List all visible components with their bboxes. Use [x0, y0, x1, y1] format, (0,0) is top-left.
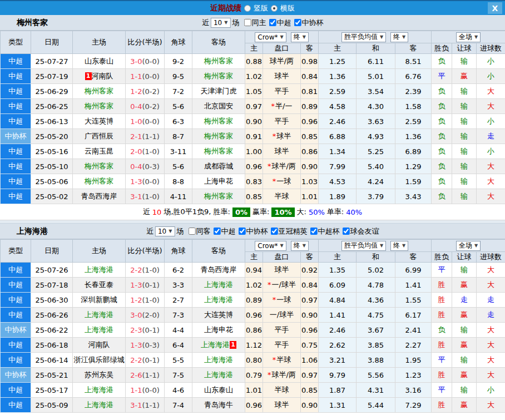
goals-result-cell: 大 — [477, 174, 505, 189]
avg-time-value: 终 — [393, 32, 400, 42]
result-cell: 负 — [432, 144, 452, 159]
filter-checkbox-中超杯[interactable] — [310, 228, 317, 235]
date-cell: 25-06-25 — [31, 99, 73, 114]
avg-away-cell: 7.29 — [395, 398, 432, 413]
away-team-name[interactable]: 梅州客家 — [204, 147, 233, 155]
home-odds-cell: 0.96 — [245, 308, 263, 323]
away-odds-cell: 0.84 — [301, 278, 319, 293]
recent-count-select[interactable]: 10 ▼ — [211, 18, 230, 28]
date-cell: 25-07-19 — [31, 69, 73, 84]
away-team-cell: 上海申花 — [192, 174, 245, 189]
home-team-name[interactable]: 长春亚泰 — [85, 280, 113, 289]
home-team-name[interactable]: 梅州客家 — [85, 162, 113, 170]
vertical-layout-radio[interactable] — [244, 5, 251, 12]
close-button[interactable]: X — [488, 2, 502, 14]
home-team-name[interactable]: 深圳新鹏城 — [81, 295, 117, 304]
goals-result-cell: 大 — [477, 398, 505, 413]
avg-type-select[interactable]: 胜平负均值▼ — [341, 32, 386, 42]
home-team-name[interactable]: 广西恒辰 — [85, 132, 113, 140]
home-team-name[interactable]: 河南队 — [88, 340, 110, 349]
away-team-name[interactable]: 青岛西海岸 — [201, 265, 237, 274]
handicap-cell: *一球 — [263, 293, 301, 308]
odds-source-select[interactable]: Crow*▼ — [255, 32, 286, 42]
away-team-name[interactable]: 上海海港 — [204, 370, 233, 379]
home-team-name[interactable]: 苏州东吴 — [85, 370, 113, 379]
away-team-name[interactable]: 梅州客家 — [204, 72, 233, 80]
corner-cell: 5-5 — [165, 353, 192, 368]
goals-result-cell: 大 — [477, 263, 505, 278]
away-team-name[interactable]: 上海申花 — [204, 177, 233, 185]
home-team-cell: 云南玉昆 — [73, 144, 126, 159]
away-team-name[interactable]: 上海海港 — [204, 280, 233, 289]
odds-source-select[interactable]: Crow*▼ — [255, 241, 286, 251]
away-team-name[interactable]: 大连英博 — [204, 310, 233, 319]
away-team-name[interactable]: 成都蓉城 — [204, 162, 233, 170]
odds-time-select[interactable]: 终▼ — [291, 32, 309, 42]
corner-cell: 6-3 — [165, 114, 192, 129]
home-team-name[interactable]: 山东泰山 — [85, 57, 113, 65]
horizontal-layout-radio[interactable] — [271, 5, 278, 12]
home-team-name[interactable]: 浙江俱乐部绿城 — [74, 355, 125, 364]
home-team-name[interactable]: 云南玉昆 — [85, 147, 113, 155]
final-score: 1-0 — [130, 117, 142, 126]
odds-time-select[interactable]: 终▼ — [291, 241, 309, 251]
corner-cell: 7-3 — [165, 308, 192, 323]
recent-count-select[interactable]: 10 ▼ — [155, 226, 175, 236]
filter-checkbox-同客[interactable] — [188, 228, 195, 235]
filter-checkbox-中协杯[interactable] — [294, 19, 301, 26]
away-team-name[interactable]: 北京国安 — [204, 102, 233, 110]
odds-time-value: 终 — [294, 241, 300, 250]
home-team-name[interactable]: 梅州客家 — [85, 87, 113, 95]
away-team-name[interactable]: 天津津门虎 — [201, 87, 237, 95]
final-score: 2-2 — [130, 266, 142, 274]
filter-checkbox-同主[interactable] — [244, 19, 251, 26]
home-team-name[interactable]: 上海海港 — [85, 325, 113, 334]
filter-checkbox-球会友谊[interactable] — [342, 228, 349, 235]
handicap-star-icon: * — [268, 162, 271, 170]
avg-type-select[interactable]: 胜平负均值▼ — [341, 241, 386, 251]
home-team-cell: 河南队 — [73, 338, 126, 353]
date-cell: 25-07-27 — [31, 54, 73, 69]
handicap-result-cell: 输 — [452, 353, 477, 368]
half-time-score: (1-1) — [142, 401, 159, 409]
result-cell: 负 — [432, 114, 452, 129]
away-team-name[interactable]: 上海海港 — [204, 355, 233, 364]
home-team-name[interactable]: 上海海港 — [85, 386, 113, 394]
avg-time-select[interactable]: 终▼ — [390, 32, 408, 42]
away-team-name[interactable]: 上海申花 — [204, 325, 233, 334]
away-odds-cell: 0.97 — [301, 293, 319, 308]
away-team-name[interactable]: 上海海港 — [204, 295, 233, 304]
filter-checkbox-中超[interactable] — [269, 19, 276, 26]
home-team-name[interactable]: 梅州客家 — [85, 177, 113, 185]
avg-home-cell: 7.99 — [319, 159, 357, 174]
final-score: 1-3 — [130, 177, 142, 186]
away-team-name[interactable]: 上海海港 — [201, 340, 230, 349]
league-type-cell: 中超 — [1, 174, 31, 189]
home-team-name[interactable]: 青岛西海岸 — [81, 192, 117, 200]
away-team-name[interactable]: 山东泰山 — [204, 386, 233, 394]
away-team-name[interactable]: 青岛海牛 — [204, 401, 233, 409]
home-team-name[interactable]: 梅州客家 — [85, 102, 113, 110]
home-team-name[interactable]: 上海海港 — [85, 310, 113, 319]
filter-checkbox-亚冠精英[interactable] — [270, 228, 278, 235]
home-odds-cell: 1.02 — [245, 69, 263, 84]
away-team-name[interactable]: 梅州客家 — [204, 192, 233, 200]
home-team-name[interactable]: 上海海港 — [85, 265, 113, 274]
score-cell: 2-6(1-1) — [126, 368, 165, 383]
home-team-name[interactable]: 河南队 — [92, 72, 113, 80]
date-cell: 25-05-06 — [31, 174, 73, 189]
away-team-name[interactable]: 梅州客家 — [204, 132, 233, 140]
away-team-cell: 上海海港1 — [192, 338, 245, 353]
away-team-name[interactable]: 梅州客家 — [204, 117, 233, 125]
filter-checkbox-中协杯[interactable] — [238, 228, 245, 235]
home-odds-cell: 0.94 — [245, 263, 263, 278]
home-odds-cell: 1.00 — [245, 144, 263, 159]
away-team-name[interactable]: 梅州客家 — [204, 57, 233, 65]
period-select[interactable]: 全场▼ — [456, 241, 481, 251]
home-team-name[interactable]: 上海海港 — [85, 401, 113, 409]
home-team-name[interactable]: 大连英博 — [85, 117, 113, 125]
period-select[interactable]: 全场▼ — [456, 32, 481, 42]
date-cell: 25-07-26 — [31, 263, 73, 278]
avg-time-select[interactable]: 终▼ — [390, 241, 408, 251]
filter-checkbox-中超[interactable] — [213, 228, 220, 235]
